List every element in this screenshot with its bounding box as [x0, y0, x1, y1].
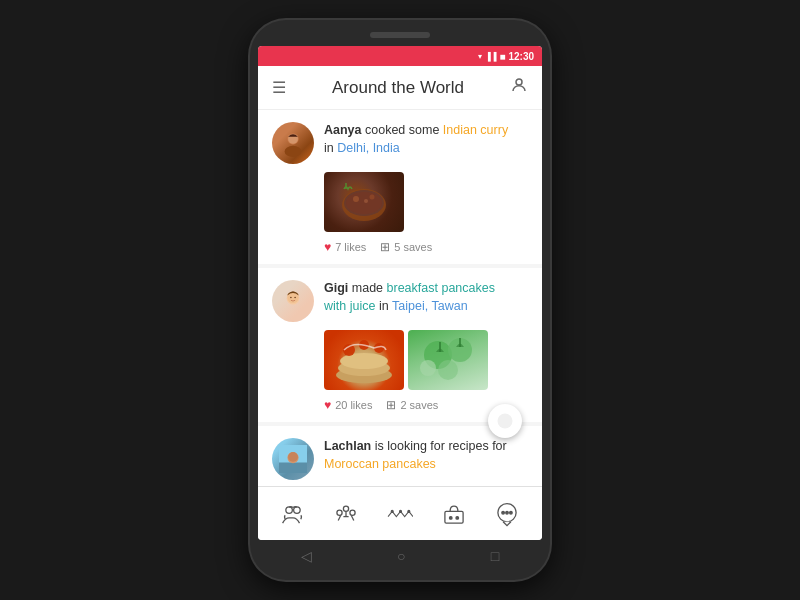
signal-icon: ▐▐: [485, 52, 496, 61]
svg-point-13: [294, 297, 295, 298]
aanya-food-image[interactable]: [324, 172, 404, 232]
svg-point-45: [456, 516, 459, 519]
lachlan-avatar[interactable]: [272, 438, 314, 480]
svg-point-12: [290, 297, 291, 298]
nav-messages[interactable]: [485, 492, 529, 536]
status-icons: ▾ ▐▐ ■ 12:30: [478, 51, 534, 62]
recent-button[interactable]: □: [491, 548, 499, 564]
gigi-post-text: Gigi made breakfast pancakes with juice …: [324, 280, 528, 315]
aanya-user-row: Aanya cooked some Indian curry in Delhi,…: [272, 122, 528, 164]
battery-status: ■: [499, 51, 505, 62]
svg-point-0: [516, 79, 522, 85]
svg-point-48: [506, 511, 509, 514]
aanya-feed-item: Aanya cooked some Indian curry in Delhi,…: [258, 110, 542, 264]
svg-point-35: [350, 510, 355, 515]
bookmark-icon: ⊞: [380, 240, 390, 254]
gigi-user-row: Gigi made breakfast pancakes with juice …: [272, 280, 528, 322]
gigi-saves-count: 2 saves: [400, 399, 438, 411]
fab-button[interactable]: [488, 404, 522, 438]
phone-nav-bar: ◁ ○ □: [258, 540, 542, 568]
aanya-stats-row: ♥ 7 likes ⊞ 5 saves: [324, 240, 528, 254]
top-bar: ☰ Around the World: [258, 66, 542, 110]
lachlan-action: is looking for recipes for: [375, 439, 507, 453]
svg-point-22: [438, 360, 458, 380]
aanya-avatar[interactable]: [272, 122, 314, 164]
gigi-pancakes-image[interactable]: [324, 330, 404, 390]
gigi-dish-detail: with juice: [324, 299, 375, 313]
gigi-username: Gigi: [324, 281, 348, 295]
gigi-location: Taipei, Tawan: [392, 299, 468, 313]
nav-friends[interactable]: [271, 492, 315, 536]
svg-line-36: [339, 515, 342, 520]
gigi-likes-count: 20 likes: [335, 399, 372, 411]
gigi-juice-image[interactable]: [408, 330, 488, 390]
home-button[interactable]: ○: [397, 548, 405, 564]
nav-events[interactable]: [378, 492, 422, 536]
nav-shop[interactable]: [432, 492, 476, 536]
aanya-likes-count: 7 likes: [335, 241, 366, 253]
gigi-saves[interactable]: ⊞ 2 saves: [386, 398, 438, 412]
svg-point-40: [391, 510, 393, 512]
aanya-saves-count: 5 saves: [394, 241, 432, 253]
aanya-location: Delhi, India: [337, 141, 400, 155]
svg-line-37: [352, 515, 355, 520]
aanya-action: cooked some: [365, 123, 443, 137]
gigi-avatar[interactable]: [272, 280, 314, 322]
svg-point-44: [449, 516, 452, 519]
svg-point-33: [344, 506, 349, 511]
aanya-username: Aanya: [324, 123, 362, 137]
gigi-action: made: [352, 281, 387, 295]
svg-point-29: [288, 452, 298, 462]
svg-point-42: [408, 510, 410, 512]
lachlan-dish: Moroccan pancakes: [324, 457, 436, 471]
status-bar: ▾ ▐▐ ■ 12:30: [258, 46, 542, 66]
svg-point-32: [293, 506, 300, 512]
lachlan-username: Lachlan: [324, 439, 371, 453]
svg-rect-27: [279, 463, 307, 474]
gigi-bookmark-icon: ⊞: [386, 398, 396, 412]
page-title: Around the World: [332, 78, 464, 98]
profile-icon[interactable]: [510, 76, 528, 99]
phone-device: ▾ ▐▐ ■ 12:30 ☰ Around the World: [250, 20, 550, 580]
svg-point-47: [502, 511, 505, 514]
svg-point-41: [399, 510, 401, 512]
aanya-dish: Indian curry: [443, 123, 508, 137]
aanya-saves[interactable]: ⊞ 5 saves: [380, 240, 432, 254]
nav-community[interactable]: [324, 492, 368, 536]
lachlan-post-text: Lachlan is looking for recipes for Moroc…: [324, 438, 528, 473]
feed: Aanya cooked some Indian curry in Delhi,…: [258, 110, 542, 486]
wifi-icon: ▾: [478, 52, 482, 61]
svg-point-49: [510, 511, 513, 514]
bottom-nav: [258, 486, 542, 540]
lachlan-user-row: Lachlan is looking for recipes for Moroc…: [272, 438, 528, 480]
svg-point-31: [286, 506, 293, 512]
svg-point-2: [285, 146, 302, 157]
back-button[interactable]: ◁: [301, 548, 312, 564]
aanya-likes[interactable]: ♥ 7 likes: [324, 240, 366, 254]
heart-icon: ♥: [324, 240, 331, 254]
aanya-location-prefix: in: [324, 141, 337, 155]
gigi-likes[interactable]: ♥ 20 likes: [324, 398, 372, 412]
svg-point-9: [346, 192, 382, 214]
svg-point-30: [498, 414, 513, 429]
gigi-location-prefix: in: [379, 299, 392, 313]
time-display: 12:30: [508, 51, 534, 62]
svg-point-34: [337, 510, 342, 515]
phone-speaker: [370, 32, 430, 38]
gigi-dish: breakfast pancakes: [387, 281, 495, 295]
phone-screen: ▾ ▐▐ ■ 12:30 ☰ Around the World: [258, 46, 542, 540]
menu-icon[interactable]: ☰: [272, 78, 286, 97]
svg-rect-43: [444, 511, 462, 523]
gigi-heart-icon: ♥: [324, 398, 331, 412]
gigi-food-images: [324, 330, 528, 390]
svg-point-23: [420, 360, 436, 376]
aanya-post-text: Aanya cooked some Indian curry in Delhi,…: [324, 122, 528, 157]
lachlan-feed-item: Lachlan is looking for recipes for Moroc…: [258, 426, 542, 486]
gigi-feed-item: Gigi made breakfast pancakes with juice …: [258, 268, 542, 422]
